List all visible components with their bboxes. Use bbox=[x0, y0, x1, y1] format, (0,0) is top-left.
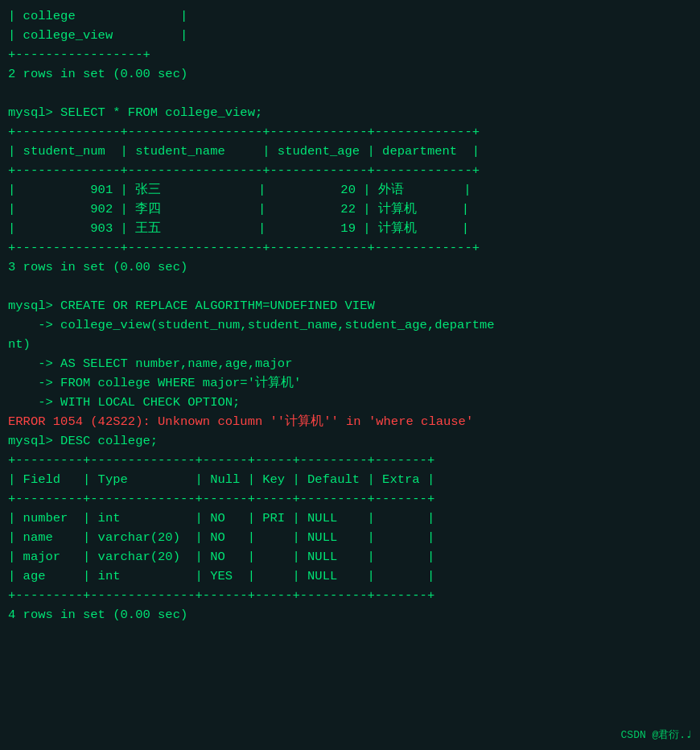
line-row-901: | 901 | 张三 | 20 | 外语 | bbox=[8, 180, 692, 200]
line-sep-4: +--------------+------------------+-----… bbox=[8, 238, 692, 258]
line-field-number: | number | int | NO | PRI | NULL | | bbox=[8, 509, 692, 528]
line-cont-5: -> WITH LOCAL CHECK OPTION; bbox=[8, 393, 692, 412]
line-field-name: | name | varchar(20) | NO | | NULL | | bbox=[8, 528, 692, 547]
line-blank-1 bbox=[8, 84, 692, 103]
line-error: ERROR 1054 (42S22): Unknown column ''计算机… bbox=[8, 412, 692, 431]
terminal-window: | college | | college_view | +----------… bbox=[0, 0, 700, 750]
line-cont-4: -> FROM college WHERE major='计算机' bbox=[8, 373, 692, 393]
line-desc-headers: | Field | Type | Null | Key | Default | … bbox=[8, 470, 692, 489]
line-row-903: | 903 | 王五 | 19 | 计算机 | bbox=[8, 219, 692, 238]
line-college: | college | bbox=[8, 6, 692, 26]
line-sep-7: +---------+--------------+------+-----+-… bbox=[8, 586, 692, 605]
line-rows-2: 2 rows in set (0.00 sec) bbox=[8, 64, 692, 84]
line-row-902: | 902 | 李四 | 22 | 计算机 | bbox=[8, 200, 692, 219]
line-cont-3: -> AS SELECT number,name,age,major bbox=[8, 354, 692, 373]
line-col-headers: | student_num | student_name | student_a… bbox=[8, 142, 692, 161]
line-create-view: mysql> CREATE OR REPLACE ALGORITHM=UNDEF… bbox=[8, 296, 692, 315]
line-desc: mysql> DESC college; bbox=[8, 431, 692, 451]
line-blank-2 bbox=[8, 277, 692, 296]
watermark: CSDN @君衍.♩ bbox=[621, 727, 692, 742]
line-cont-2: nt) bbox=[8, 335, 692, 354]
line-sep-1: +-----------------+ bbox=[8, 45, 692, 64]
terminal-content: | college | | college_view | +----------… bbox=[8, 6, 692, 625]
line-sep-6: +---------+--------------+------+-----+-… bbox=[8, 489, 692, 509]
line-sep-2: +--------------+------------------+-----… bbox=[8, 122, 692, 142]
line-sep-5: +---------+--------------+------+-----+-… bbox=[8, 451, 692, 470]
line-field-age: | age | int | YES | | NULL | | bbox=[8, 567, 692, 586]
line-college-view: | college_view | bbox=[8, 26, 692, 45]
line-field-major: | major | varchar(20) | NO | | NULL | | bbox=[8, 547, 692, 567]
line-select-query: mysql> SELECT * FROM college_view; bbox=[8, 103, 692, 122]
line-sep-3: +--------------+------------------+-----… bbox=[8, 161, 692, 180]
line-cont-1: -> college_view(student_num,student_name… bbox=[8, 315, 692, 335]
line-rows-4: 4 rows in set (0.00 sec) bbox=[8, 605, 692, 624]
line-rows-3: 3 rows in set (0.00 sec) bbox=[8, 258, 692, 277]
